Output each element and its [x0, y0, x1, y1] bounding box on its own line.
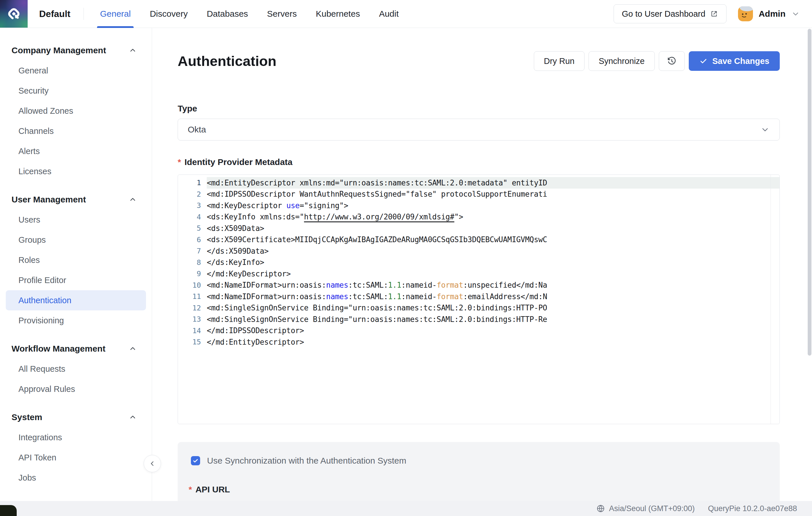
dry-run-button[interactable]: Dry Run [534, 51, 584, 71]
sidebar-item-authentication[interactable]: Authentication [6, 290, 146, 310]
code-line-text: <md:NameIDFormat>urn:oasis:names:tc:SAML… [207, 280, 780, 291]
line-number: 2 [178, 190, 207, 198]
sidebar-item-label: Users [19, 215, 40, 225]
tab-label: Discovery [150, 9, 188, 19]
sidebar-section: User Management UsersGroupsRolesProfile … [0, 193, 152, 331]
sidebar-item-label: Provisioning [19, 316, 64, 325]
line-number: 8 [178, 258, 207, 267]
sidebar-item-general[interactable]: General [6, 60, 146, 81]
chevron-up-icon [129, 46, 137, 54]
sidebar-item-label: Authentication [19, 296, 71, 305]
line-number: 11 [178, 292, 207, 300]
sidebar-item-licenses[interactable]: Licenses [6, 161, 146, 181]
sidebar-item-security[interactable]: Security [6, 81, 146, 101]
chevron-up-icon [129, 196, 137, 204]
section-header-user-management[interactable]: User Management [0, 193, 152, 206]
code-line-text: <md:KeyDescriptor use="signing"> [207, 200, 780, 211]
sidebar-item-api-token[interactable]: API Token [6, 448, 146, 468]
sidebar-item-allowed-zones[interactable]: Allowed Zones [6, 101, 146, 121]
tab-kubernetes[interactable]: Kubernetes [316, 0, 360, 28]
chevron-left-icon [149, 460, 156, 467]
type-select[interactable]: Okta [178, 119, 780, 141]
section-title: User Management [11, 195, 86, 204]
code-line-7: 7</ds:X509Data> [178, 245, 780, 257]
globe-icon [596, 504, 605, 513]
sidebar-item-integrations[interactable]: Integrations [6, 427, 146, 448]
section-header-system[interactable]: System [0, 411, 152, 424]
sidebar: Company Management GeneralSecurityAllowe… [0, 28, 152, 501]
sidebar-item-groups[interactable]: Groups [6, 230, 146, 250]
metadata-code-editor[interactable]: 1<md:EntityDescriptor xmlns:md="urn:oasi… [178, 174, 780, 424]
sidebar-item-label: Approval Rules [19, 384, 75, 394]
timezone-status: Asia/Seoul (GMT+09:00) [596, 504, 695, 513]
code-line-text: <md:SingleSignOnService Binding="urn:oas… [207, 302, 780, 314]
required-asterisk: * [178, 157, 181, 167]
sidebar-item-channels[interactable]: Channels [6, 121, 146, 141]
metadata-label: * Identity Provider Metadata [178, 157, 780, 167]
tab-label: Kubernetes [316, 9, 360, 19]
tab-general[interactable]: General [100, 0, 131, 28]
sidebar-item-profile-editor[interactable]: Profile Editor [6, 270, 146, 290]
code-line-text: </md:EntityDescriptor> [207, 336, 780, 348]
sidebar-collapse-button[interactable] [144, 455, 161, 472]
save-changes-button[interactable]: Save Changes [689, 51, 780, 71]
avatar [738, 6, 753, 21]
line-number: 12 [178, 304, 207, 312]
type-label: Type [178, 104, 780, 113]
line-number: 14 [178, 326, 207, 335]
querypie-logo[interactable] [0, 0, 28, 28]
section-header-workflow-management[interactable]: Workflow Management [0, 342, 152, 355]
user-name: Admin [759, 9, 785, 19]
required-asterisk: * [188, 485, 192, 494]
tab-discovery[interactable]: Discovery [150, 0, 188, 28]
sidebar-item-label: Profile Editor [19, 276, 66, 285]
api-url-label: * API URL [187, 485, 770, 494]
sidebar-item-label: Licenses [19, 167, 51, 176]
top-nav-tabs: GeneralDiscoveryDatabasesServersKubernet… [100, 0, 399, 28]
save-changes-label: Save Changes [713, 56, 770, 66]
corner-widget[interactable] [0, 505, 17, 516]
sidebar-item-jobs[interactable]: Jobs [6, 468, 146, 488]
tab-label: Databases [207, 9, 248, 19]
code-line-text: </md:KeyDescriptor> [207, 268, 780, 280]
chevron-down-icon [791, 9, 800, 18]
sidebar-item-approval-rules[interactable]: Approval Rules [6, 379, 146, 399]
synchronize-button[interactable]: Synchronize [588, 51, 655, 71]
history-button[interactable] [659, 51, 685, 71]
code-line-text: </md:IDPSSODescriptor> [207, 325, 780, 337]
sidebar-item-all-requests[interactable]: All Requests [6, 359, 146, 379]
sidebar-section: Company Management GeneralSecurityAllowe… [0, 44, 152, 181]
line-number: 1 [178, 178, 207, 187]
sidebar-item-label: General [19, 66, 48, 76]
page-scrollbar[interactable] [808, 29, 811, 355]
code-line-13: 13<md:SingleSignOnService Binding="urn:o… [178, 314, 780, 325]
sync-checkbox[interactable] [191, 456, 200, 465]
code-line-1: 1<md:EntityDescriptor xmlns:md="urn:oasi… [178, 177, 780, 189]
sidebar-item-alerts[interactable]: Alerts [6, 141, 146, 161]
code-line-text: <md:NameIDFormat>urn:oasis:names:tc:SAML… [207, 291, 780, 302]
code-line-10: 10<md:NameIDFormat>urn:oasis:names:tc:SA… [178, 280, 780, 291]
tab-databases[interactable]: Databases [207, 0, 248, 28]
sidebar-item-label: Integrations [19, 433, 62, 442]
code-line-15: 15</md:EntityDescriptor> [178, 336, 780, 348]
sidebar-item-users[interactable]: Users [6, 210, 146, 230]
tab-servers[interactable]: Servers [267, 0, 297, 28]
dashboard-button-label: Go to User Dashboard [622, 9, 705, 19]
code-line-9: 9</md:KeyDescriptor> [178, 268, 780, 280]
version-label: QueryPie 10.2.0-ae07e88 [708, 504, 797, 513]
tab-audit[interactable]: Audit [379, 0, 399, 28]
page-actions: Dry Run Synchronize Save Changes [534, 51, 780, 71]
chevron-up-icon [129, 345, 137, 353]
go-to-user-dashboard-button[interactable]: Go to User Dashboard [614, 4, 726, 23]
sidebar-item-label: All Requests [19, 364, 65, 374]
section-header-company-management[interactable]: Company Management [0, 44, 152, 57]
line-number: 5 [178, 224, 207, 232]
sidebar-item-label: Groups [19, 235, 46, 245]
workspace-name[interactable]: Default [39, 9, 70, 19]
user-menu[interactable]: Admin [738, 6, 800, 21]
sidebar-item-roles[interactable]: Roles [6, 250, 146, 270]
type-select-value: Okta [188, 125, 206, 135]
sidebar-item-provisioning[interactable]: Provisioning [6, 310, 146, 331]
sidebar-item-label: API Token [19, 453, 56, 462]
section-title: Company Management [11, 46, 106, 55]
